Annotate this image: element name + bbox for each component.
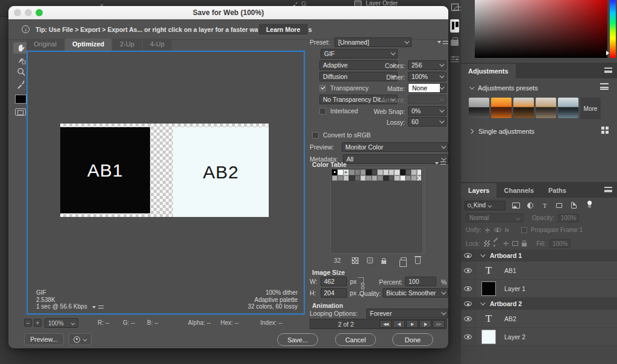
chevron-down-icon[interactable] — [480, 300, 485, 305]
color-swatch[interactable] — [349, 169, 354, 175]
format-select[interactable]: GIF — [321, 49, 398, 58]
color-swatch[interactable] — [406, 175, 411, 181]
previous-frame-button[interactable]: ◀| — [393, 320, 405, 328]
status-menu-icon[interactable] — [98, 306, 104, 309]
single-adjustments-header[interactable]: Single adjustments — [469, 128, 534, 135]
color-swatch[interactable] — [389, 175, 394, 181]
color-swatch[interactable] — [383, 169, 389, 175]
color-swatch[interactable] — [360, 169, 366, 175]
lock-position-icon[interactable]: ✛ — [503, 240, 509, 246]
window-zoom-button[interactable] — [36, 9, 43, 16]
3d-cube-icon[interactable] — [450, 4, 459, 11]
color-swatch[interactable] — [377, 175, 383, 181]
color-swatch[interactable] — [355, 175, 360, 181]
blend-mode-select[interactable]: Normal — [466, 213, 524, 222]
zoom-level-select[interactable]: 100% — [45, 318, 78, 328]
artboard-canvas[interactable]: AB1 AB2 — [60, 124, 269, 217]
color-swatch[interactable] — [389, 169, 394, 175]
artboard-2-canvas[interactable]: AB2 — [173, 127, 269, 217]
unify-style-icon[interactable]: fx — [505, 227, 509, 233]
preview-button[interactable]: Preview... — [24, 333, 64, 345]
layer-group-artboard-2[interactable]: Artboard 2 — [461, 298, 617, 310]
lock-color-icon[interactable] — [381, 257, 386, 264]
filter-shape-layers-icon[interactable] — [555, 202, 563, 209]
filter-type-layers-icon[interactable]: T — [540, 202, 549, 209]
layer-row-ab2[interactable]: T AB2 — [461, 310, 617, 328]
color-swatch[interactable] — [411, 169, 416, 175]
color-swatch[interactable] — [394, 175, 399, 181]
shift-websafe-icon[interactable] — [367, 257, 373, 263]
panel-menu-icon[interactable] — [604, 67, 612, 73]
color-swatch[interactable] — [377, 169, 383, 175]
preview-in-browser-button[interactable] — [69, 333, 92, 345]
color-swatch[interactable] — [411, 175, 416, 181]
color-swatch[interactable] — [406, 169, 411, 175]
preset-thumbnail[interactable] — [469, 98, 489, 118]
color-table-menu-icon[interactable] — [435, 162, 446, 165]
first-frame-button[interactable]: ◀◀ — [380, 320, 392, 328]
window-close-button[interactable] — [14, 9, 21, 16]
delete-color-icon[interactable] — [415, 257, 421, 264]
artboard-1-canvas[interactable]: AB1 — [60, 127, 150, 213]
play-button[interactable]: ▶ — [406, 320, 418, 328]
propagate-frame-checkbox[interactable] — [521, 227, 527, 233]
color-swatch[interactable] — [372, 169, 377, 175]
filter-toggle-icon[interactable] — [584, 202, 592, 209]
fill-value[interactable]: 100% — [550, 239, 571, 248]
quality-select[interactable]: Bicubic Smoother — [383, 288, 448, 298]
unify-visibility-icon[interactable] — [494, 228, 501, 232]
optimized-preview-area[interactable]: AB1 AB2 GIF 2.538K 1 sec @ 56.6 Kbps 100… — [27, 51, 305, 315]
kind-filter-select[interactable]: Kind — [465, 201, 506, 210]
save-button[interactable]: Save... — [277, 333, 318, 346]
looping-select[interactable]: Forever — [366, 309, 448, 318]
more-presets-button[interactable]: More — [580, 98, 601, 119]
status-menu-icon[interactable] — [92, 306, 96, 309]
color-picker-hue-slider[interactable] — [610, 0, 616, 58]
panel-menu-icon[interactable] — [604, 187, 612, 192]
tab-original[interactable]: Original — [27, 39, 64, 51]
preset-thumbnail[interactable] — [513, 98, 534, 118]
zoom-out-button[interactable]: − — [24, 319, 32, 327]
grid-view-icon[interactable] — [601, 127, 609, 134]
toggle-slices-visibility[interactable] — [15, 108, 26, 116]
chevron-down-icon[interactable] — [480, 252, 485, 257]
preset-list-icon[interactable] — [600, 83, 609, 90]
color-table-scrollbar[interactable] — [421, 168, 425, 253]
lossy-select[interactable]: 60 — [408, 117, 446, 127]
new-color-icon[interactable] — [401, 257, 407, 263]
artboards-panel-icon[interactable] — [450, 19, 459, 33]
colors-select[interactable]: 256 — [408, 60, 446, 70]
lock-pixels-icon[interactable] — [493, 240, 500, 246]
color-swatch[interactable] — [332, 175, 337, 181]
color-swatch[interactable] — [394, 169, 399, 175]
convert-srgb-checkbox[interactable] — [312, 132, 319, 139]
percent-input[interactable]: 100 — [405, 277, 436, 286]
hue-slider-marker[interactable] — [606, 51, 609, 55]
cancel-button[interactable]: Cancel — [335, 333, 376, 346]
layer-row-ab1[interactable]: T AB1 — [461, 262, 617, 280]
window-minimize-button[interactable] — [25, 9, 32, 16]
filter-smart-objects-icon[interactable] — [569, 202, 578, 209]
color-swatch[interactable] — [400, 169, 406, 175]
layer-group-artboard-1[interactable]: Artboard 1 — [461, 249, 617, 262]
libraries-icon[interactable] — [450, 40, 459, 46]
tab-2up[interactable]: 2-Up — [113, 39, 142, 51]
color-swatch[interactable] — [400, 175, 406, 181]
color-picker-saturation-square[interactable] — [475, 0, 607, 58]
color-swatch[interactable] — [372, 175, 377, 181]
zoom-in-button[interactable]: + — [34, 319, 42, 327]
tab-adjustments[interactable]: Adjustments — [461, 64, 516, 78]
width-input[interactable]: 462 — [321, 277, 347, 286]
layer-row-layer-1[interactable]: Layer 1 — [461, 280, 617, 298]
visibility-eye-icon[interactable] — [461, 298, 475, 310]
color-swatch[interactable] — [343, 175, 349, 181]
color-swatch[interactable] — [355, 169, 360, 175]
next-frame-button[interactable]: |▶ — [419, 320, 431, 328]
color-swatch[interactable] — [366, 175, 371, 181]
filter-adjustment-layers-icon[interactable] — [526, 202, 534, 209]
properties-sliders-icon[interactable] — [450, 55, 459, 63]
opacity-value[interactable]: 100% — [558, 214, 580, 222]
map-transparency-icon[interactable] — [352, 257, 359, 264]
tab-optimized[interactable]: Optimized — [65, 39, 111, 51]
lock-transparency-icon[interactable] — [484, 240, 490, 246]
